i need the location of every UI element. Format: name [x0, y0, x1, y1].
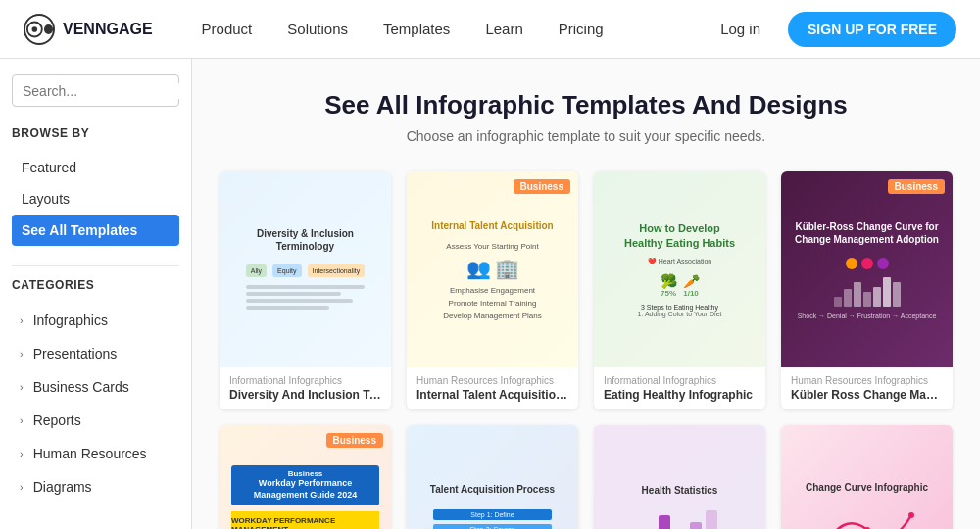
browse-by-section: BROWSE BY Featured Layouts See All Templ…: [0, 122, 191, 258]
search-box[interactable]: 🔍: [12, 74, 179, 107]
cat-business-cards[interactable]: › Business Cards: [12, 370, 179, 404]
card-category-4: Human Resources Infographics: [791, 375, 943, 386]
card-title-1: Diversity And Inclusion Term...: [229, 388, 381, 402]
template-card-6[interactable]: Talent Acquisition Process Step 1: Defin…: [407, 425, 578, 529]
cat-reports[interactable]: › Reports: [12, 404, 179, 437]
chevron-icon: ›: [20, 448, 24, 459]
chevron-icon: ›: [20, 381, 24, 393]
card-footer-4: Human Resources Infographics Kübler Ross…: [781, 367, 953, 409]
template-card-5[interactable]: Business Business Workday PerformanceMan…: [220, 425, 391, 529]
card-thumbnail-6: Talent Acquisition Process Step 1: Defin…: [407, 425, 578, 529]
template-grid: Diversity & Inclusion Terminology Ally E…: [220, 171, 953, 529]
chevron-icon: ›: [20, 348, 24, 360]
main-content: See All Infographic Templates And Design…: [192, 59, 980, 529]
sidebar-item-featured[interactable]: Featured: [12, 152, 179, 183]
sidebar-item-layouts[interactable]: Layouts: [12, 183, 179, 215]
signup-button[interactable]: SIGN UP FOR FREE: [788, 12, 956, 47]
logo-icon: [24, 14, 55, 45]
card-thumbnail-4: Kübler-Ross Change Curve for Change Mana…: [781, 171, 953, 367]
main-nav: Product Solutions Templates Learn Pricin…: [188, 13, 710, 45]
categories-section: CATEGORIES › Infographics › Presentation…: [0, 274, 191, 504]
card-category-2: Human Resources Infographics: [416, 375, 568, 386]
card-badge-4: Business: [888, 179, 945, 194]
page-title: See All Infographic Templates And Design…: [220, 90, 953, 120]
nav-learn[interactable]: Learn: [471, 13, 536, 45]
page-subtitle: Choose an infographic template to suit y…: [220, 128, 953, 144]
cat-infographics[interactable]: › Infographics: [12, 304, 179, 337]
template-card-1[interactable]: Diversity & Inclusion Terminology Ally E…: [220, 171, 391, 409]
template-card-4[interactable]: Business Kübler-Ross Change Curve for Ch…: [781, 171, 953, 409]
card-thumbnail-1: Diversity & Inclusion Terminology Ally E…: [220, 171, 391, 367]
svg-point-1: [32, 26, 38, 32]
nav-templates[interactable]: Templates: [369, 13, 464, 45]
card-badge-5: Business: [326, 433, 383, 448]
card-badge-2: Business: [514, 179, 570, 194]
svg-point-4: [908, 512, 914, 518]
card-footer-3: Informational Infographics Eating Health…: [594, 367, 765, 409]
cat-human-resources[interactable]: › Human Resources: [12, 437, 179, 470]
card-thumbnail-3: How to DevelopHealthy Eating Habits ❤️ H…: [594, 171, 765, 367]
chevron-icon: ›: [20, 414, 24, 426]
search-input[interactable]: [23, 83, 192, 99]
main-header: See All Infographic Templates And Design…: [220, 90, 953, 144]
card-title-3: Eating Healthy Infographic: [604, 388, 756, 402]
card-thumbnail-7: Health Statistics Global Health Statisti…: [594, 425, 765, 529]
card-thumbnail-2: Internal Talent Acquisition Assess Your …: [407, 171, 578, 367]
sidebar-divider: [12, 265, 179, 266]
browse-by-title: BROWSE BY: [12, 122, 179, 144]
sidebar: 🔍 BROWSE BY Featured Layouts See All Tem…: [0, 59, 192, 529]
cat-presentations[interactable]: › Presentations: [12, 337, 179, 370]
template-card-7[interactable]: Health Statistics Global Health Statisti…: [594, 425, 765, 529]
card-footer-2: Human Resources Infographics Internal Ta…: [407, 367, 578, 409]
cat-diagrams[interactable]: › Diagrams: [12, 470, 179, 504]
sidebar-item-see-all-templates[interactable]: See All Templates: [12, 215, 179, 246]
card-title-4: Kübler Ross Change Manag...: [791, 388, 943, 402]
template-card-8[interactable]: Change Curve Infographic Performance ove…: [781, 425, 953, 529]
card-footer-1: Informational Infographics Diversity And…: [220, 367, 391, 409]
card-category-1: Informational Infographics: [229, 375, 381, 386]
chevron-icon: ›: [20, 481, 24, 493]
template-card-3[interactable]: How to DevelopHealthy Eating Habits ❤️ H…: [594, 171, 765, 409]
chevron-icon: ›: [20, 314, 24, 326]
template-card-2[interactable]: Business Internal Talent Acquisition Ass…: [407, 171, 578, 409]
card-category-3: Informational Infographics: [604, 375, 756, 386]
card-thumbnail-8: Change Curve Infographic Performance ove…: [781, 425, 953, 529]
header-right: Log in SIGN UP FOR FREE: [709, 12, 956, 47]
page-body: 🔍 BROWSE BY Featured Layouts See All Tem…: [0, 59, 980, 529]
nav-product[interactable]: Product: [188, 13, 267, 45]
categories-title: CATEGORIES: [12, 274, 179, 296]
card-title-2: Internal Talent Acquisition I...: [416, 388, 568, 402]
logo[interactable]: VENNGAGE: [24, 14, 153, 45]
logo-text: VENNGAGE: [63, 21, 153, 38]
nav-solutions[interactable]: Solutions: [273, 13, 362, 45]
nav-pricing[interactable]: Pricing: [545, 13, 617, 45]
header: VENNGAGE Product Solutions Templates Lea…: [0, 0, 980, 59]
login-button[interactable]: Log in: [709, 13, 772, 45]
